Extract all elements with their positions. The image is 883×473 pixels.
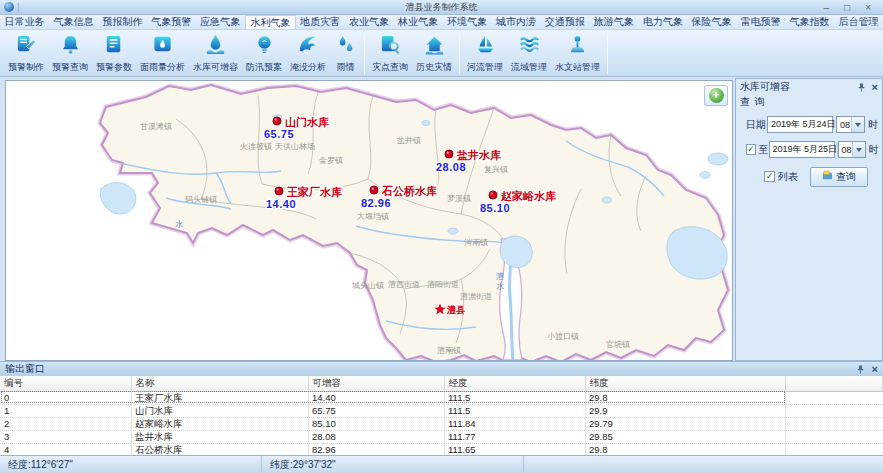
tab-agriculture[interactable]: 农业气象 <box>345 15 394 29</box>
buoy-station-icon <box>566 33 589 60</box>
reservoir-dot[interactable] <box>489 191 497 199</box>
list-label: 列表 <box>778 170 798 184</box>
cell-name: 王家厂水库 <box>131 391 308 404</box>
cell-longitude: 111.5 <box>444 404 585 417</box>
table-row[interactable]: 1 山门水库 65.75 111.5 29.9 <box>0 404 883 417</box>
date-from-value: 2019年 5月24日 <box>771 118 836 131</box>
cell-latitude: 29.8 <box>585 391 785 404</box>
tab-urban-flood[interactable]: 城市内涝 <box>491 15 540 29</box>
town-label: 澧阳街道 <box>427 280 459 289</box>
date-to-value: 2019年 5月25日 <box>773 143 838 156</box>
county-map-canvas[interactable]: 甘溪滩镇 火连坡镇 天供山林场 金罗镇 盐井镇 码头铺镇 复兴镇 梦溪镇 大堰垱… <box>6 81 732 360</box>
panel-close-icon[interactable]: × <box>872 82 878 92</box>
reservoir-dot-highlight <box>275 119 277 121</box>
tool-rain-info[interactable]: 雨情 <box>330 32 361 75</box>
cell-empty <box>785 404 883 417</box>
column-header-id[interactable]: 编号 <box>0 376 131 391</box>
town-label: 复兴镇 <box>484 165 508 174</box>
table-row[interactable]: 2 赵家峪水库 85.10 111.84 29.79 <box>0 417 883 430</box>
pin-icon[interactable] <box>857 83 866 92</box>
tab-forestry[interactable]: 林业气象 <box>394 15 443 29</box>
column-header-latitude[interactable]: 纬度 <box>585 376 785 391</box>
output-close-icon[interactable]: × <box>872 364 878 374</box>
pin-icon[interactable] <box>856 365 865 374</box>
tab-warning[interactable]: 气象预警 <box>147 15 196 29</box>
tool-warning-query[interactable]: 预警查询 <box>48 32 92 75</box>
area-rain-icon <box>151 33 174 60</box>
maximize-button[interactable]: □ <box>844 0 850 15</box>
tab-index[interactable]: 气象指数 <box>785 15 834 29</box>
table-row[interactable]: 3 盐井水库 28.08 111.77 29.85 <box>0 430 883 443</box>
column-header-capacity[interactable]: 可增容 <box>308 376 444 391</box>
close-button[interactable]: × <box>865 0 871 15</box>
reservoir-dot[interactable] <box>275 187 283 195</box>
menu-bar: 日常业务 气象信息 预报制作 气象预警 应急气象 水利气象 地质灾害 农业气象 … <box>0 15 883 30</box>
town-label: 澧南镇 <box>437 346 461 355</box>
reservoir-name-label: 石公桥水库 <box>381 185 437 197</box>
map-panel[interactable]: 甘溪滩镇 火连坡镇 天供山林场 金罗镇 盐井镇 码头铺镇 复兴镇 梦溪镇 大堰垱… <box>5 80 733 361</box>
tab-forecast[interactable]: 预报制作 <box>98 15 147 29</box>
tool-label: 预警查询 <box>52 61 88 74</box>
status-bar: 经度:112°6'27" 纬度:29°37'32" <box>0 455 883 473</box>
tab-traffic[interactable]: 交通预报 <box>540 15 589 29</box>
to-checkbox[interactable]: ✓ <box>746 144 756 155</box>
toolbar-separator <box>607 34 608 74</box>
tool-disaster-query[interactable]: 灾点查询 <box>368 32 412 75</box>
plus-icon: + <box>709 88 724 103</box>
cell-longitude: 111.5 <box>444 391 585 404</box>
list-checkbox[interactable]: ✓ <box>764 171 775 182</box>
tool-basin-manage[interactable]: 流域管理 <box>507 32 551 75</box>
cell-id: 3 <box>0 430 131 443</box>
svg-text:澧: 澧 <box>496 272 504 281</box>
tool-inundation[interactable]: 淹没分析 <box>286 32 330 75</box>
reservoir-dot[interactable] <box>370 186 378 194</box>
column-header-name[interactable]: 名称 <box>131 376 308 391</box>
tool-area-rain[interactable]: 面雨量分析 <box>136 32 189 75</box>
tab-weather-info[interactable]: 气象信息 <box>49 15 98 29</box>
reservoir-value-label: 82.96 <box>361 197 391 209</box>
tab-daily[interactable]: 日常业务 <box>0 15 49 29</box>
tab-emergency[interactable]: 应急气象 <box>196 15 245 29</box>
reservoir-capacity-panel: 水库可增容 × 查 询 日期 2019年 5月24日 08 时 ✓ 至 2019… <box>735 78 883 361</box>
cell-latitude: 29.9 <box>585 404 785 417</box>
query-button[interactable]: 查询 <box>810 167 868 187</box>
cell-empty <box>785 417 883 430</box>
svg-text:水: 水 <box>496 282 504 291</box>
hour-from-value: 08 <box>840 120 850 130</box>
tab-lightning[interactable]: 雷电预警 <box>736 15 785 29</box>
hour-suffix-label: 时 <box>868 118 878 132</box>
tab-power[interactable]: 电力气象 <box>638 15 687 29</box>
town-label: 城头山镇 <box>351 281 384 290</box>
tool-hydro-station[interactable]: 水文站管理 <box>551 32 604 75</box>
hour-from-select[interactable]: 08 <box>836 116 865 133</box>
town-label: 大堰垱镇 <box>357 212 389 221</box>
hour-suffix-label: 时 <box>869 143 879 157</box>
tool-history-disaster[interactable]: 历史灾情 <box>412 32 456 75</box>
column-header-longitude[interactable]: 经度 <box>444 376 585 391</box>
tab-hydrology[interactable]: 水利气象 <box>245 15 296 29</box>
tab-geohazard[interactable]: 地质灾害 <box>296 15 345 29</box>
tool-warning-make[interactable]: 预警制作 <box>4 32 48 75</box>
date-label: 日期 <box>746 118 767 132</box>
table-row[interactable]: 0 王家厂水库 14.40 111.5 29.8 <box>0 391 883 404</box>
status-longitude: 经度:112°6'27" <box>0 456 262 473</box>
table-grid-line <box>785 391 786 456</box>
tab-insurance[interactable]: 保险气象 <box>687 15 736 29</box>
town-label: 小渡口镇 <box>547 332 579 341</box>
tool-warning-params[interactable]: 预警参数 <box>92 32 136 75</box>
reservoir-dot[interactable] <box>445 150 453 158</box>
tab-tourism[interactable]: 旅游气象 <box>589 15 638 29</box>
tab-admin[interactable]: 后台管理 <box>834 15 883 29</box>
tool-reservoir-capacity[interactable]: 水库可增容 <box>189 32 242 75</box>
tool-river-manage[interactable]: 河流管理 <box>463 32 507 75</box>
map-zoom-button[interactable]: + <box>704 85 728 106</box>
hour-to-select[interactable]: 08 <box>838 141 866 158</box>
tool-flood-plan[interactable]: 防汛预案 <box>242 32 286 75</box>
output-panel: 输出窗口 × 编号 名称 可增容 经度 纬度 0 王家厂水库 <box>0 361 883 455</box>
tab-environment[interactable]: 环境气象 <box>442 15 491 29</box>
minimize-button[interactable]: – <box>824 0 830 15</box>
date-from-select[interactable]: 2019年 5月24日 <box>767 116 833 133</box>
date-to-select[interactable]: 2019年 5月25日 <box>769 141 835 158</box>
reservoir-dot[interactable] <box>273 117 281 125</box>
cell-name: 赵家峪水库 <box>131 417 308 430</box>
